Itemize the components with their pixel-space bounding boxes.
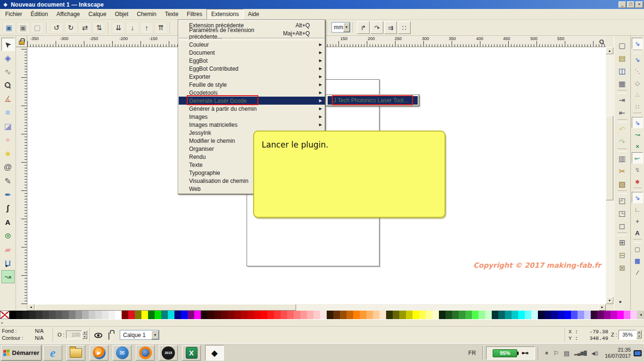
palette-swatch[interactable] <box>333 311 340 319</box>
snap-toggle-button[interactable]: ∕ <box>632 267 643 278</box>
toolbar-button[interactable]: ▢ <box>31 22 44 34</box>
ruler-corner[interactable] <box>16 36 27 47</box>
palette-swatch[interactable] <box>261 311 267 319</box>
snap-toggle-button[interactable] <box>633 113 642 116</box>
toolbox-tool[interactable]: A <box>1 215 15 229</box>
palette-swatch[interactable] <box>505 311 512 319</box>
palette-swatch[interactable] <box>82 311 89 319</box>
toolbar-button[interactable]: ⇅ <box>92 22 106 34</box>
unit-selector[interactable]: mm ▼ <box>331 22 350 33</box>
palette-swatch[interactable] <box>366 311 373 319</box>
toolbox-tool[interactable]: ▰ <box>1 243 15 256</box>
scroll-right-arrow[interactable]: ► <box>599 304 606 311</box>
snap-toggle-button[interactable] <box>633 49 642 53</box>
palette-swatch[interactable] <box>294 311 300 319</box>
clock[interactable]: 21:35 16/07/2017 <box>605 347 631 359</box>
snap-toggle-button[interactable]: ∟ <box>632 204 643 215</box>
palette-swatch[interactable] <box>181 311 188 319</box>
taskbar-app-button[interactable]: e <box>43 345 62 361</box>
toolbar-button[interactable] <box>107 22 111 34</box>
menubar-item[interactable]: Fichier <box>1 9 26 19</box>
layer-lock-icon[interactable] <box>108 333 109 339</box>
command-button[interactable] <box>618 119 627 123</box>
palette-swatch[interactable] <box>228 311 234 319</box>
palette-swatch[interactable] <box>16 311 23 319</box>
toolbar-button[interactable] <box>168 22 173 34</box>
horizontal-scroll-thumb[interactable] <box>35 304 296 311</box>
command-button[interactable]: ⇤ <box>616 107 628 119</box>
toolbox-tool[interactable]: ■ <box>1 106 15 119</box>
palette-swatch[interactable] <box>135 311 141 319</box>
snap-toggle-button[interactable]: ⇘ <box>632 54 643 65</box>
toolbar-button[interactable]: ⇊ <box>112 22 125 34</box>
toolbox-tool[interactable]: ↝ <box>1 270 15 283</box>
command-button[interactable]: ▧ <box>616 178 628 190</box>
layer-selector[interactable]: Calque 1 ▼ <box>120 330 159 340</box>
palette-swatch[interactable] <box>188 311 194 319</box>
palette-swatch[interactable] <box>360 311 366 319</box>
toolbox-tool[interactable]: ∫ <box>1 202 15 215</box>
taskbar-app-button[interactable]: ▶ <box>90 345 108 361</box>
command-button[interactable] <box>618 148 627 152</box>
snap-toggle-button[interactable]: ↝ <box>632 129 643 140</box>
toolbox-tool[interactable]: ➤ <box>1 38 15 51</box>
palette-swatch[interactable] <box>439 311 446 319</box>
palette-swatch[interactable] <box>432 311 439 319</box>
command-button[interactable] <box>618 190 627 194</box>
snap-toggle-button[interactable]: A <box>632 227 643 239</box>
palette-swatch[interactable] <box>254 311 261 319</box>
palette-swatch[interactable] <box>56 311 62 319</box>
palette-swatch[interactable] <box>459 311 465 319</box>
command-button[interactable]: ◻ <box>616 220 628 232</box>
palette-swatch[interactable] <box>108 311 115 319</box>
menubar-item[interactable]: Chemin <box>132 9 160 19</box>
command-button[interactable]: ⊟ <box>616 249 628 261</box>
menubar-item[interactable]: Édition <box>26 9 52 19</box>
palette-swatch[interactable] <box>75 311 82 319</box>
toolbox-tool[interactable]: Ϙ <box>1 79 15 92</box>
palette-swatch[interactable] <box>531 311 538 319</box>
palette-swatch[interactable] <box>128 311 135 319</box>
layer-visibility-eye-icon[interactable] <box>94 333 102 338</box>
palette-swatch[interactable] <box>49 311 56 319</box>
command-button[interactable]: ▥ <box>616 152 628 165</box>
snap-toggle-button[interactable]: ↯ <box>632 164 643 175</box>
menubar-item[interactable]: Affichage <box>52 9 84 19</box>
menu-item[interactable] <box>179 38 324 40</box>
palette-swatch[interactable] <box>141 311 148 319</box>
scroll-down-arrow[interactable]: ▼ <box>606 297 613 304</box>
palette-swatch[interactable] <box>538 311 545 319</box>
palette-swatch[interactable] <box>551 311 558 319</box>
zoom-input[interactable]: 35% <box>619 330 636 340</box>
language-indicator[interactable]: FR <box>468 350 476 356</box>
palette-swatch[interactable] <box>399 311 406 319</box>
network-signal-icon[interactable]: ▂▄▆█ <box>574 351 587 355</box>
command-button[interactable]: ◫ <box>616 65 628 77</box>
palette-swatch[interactable] <box>62 311 69 319</box>
palette-swatch[interactable] <box>419 311 426 319</box>
palette-swatch[interactable] <box>174 311 181 319</box>
palette-swatch[interactable] <box>340 311 347 319</box>
snap-toggle-button[interactable]: ◇ <box>632 77 643 89</box>
command-button[interactable]: ↷ <box>616 136 628 148</box>
snap-toggle-button[interactable] <box>633 188 642 191</box>
scroll-left-arrow[interactable]: ◄ <box>27 304 34 311</box>
palette-swatch[interactable] <box>168 311 174 319</box>
chevron-down-icon[interactable]: ▼ <box>343 23 350 32</box>
palette-swatch[interactable] <box>452 311 459 319</box>
palette-swatch[interactable] <box>42 311 49 319</box>
palette-swatch[interactable] <box>9 311 16 319</box>
palette-swatch[interactable] <box>314 311 320 319</box>
vertical-scrollbar[interactable]: ▲ ▼ <box>606 47 613 304</box>
snap-toggle-button[interactable]: ∗ <box>632 176 643 187</box>
toolbar-button[interactable]: ⇈ <box>154 22 167 34</box>
snap-toggle-button[interactable]: ↜ <box>632 152 643 164</box>
taskbar-app-button[interactable]: ◆ <box>205 345 224 361</box>
toolbox-tool[interactable]: ◈ <box>1 51 15 65</box>
affect-toggle-button[interactable]: ↷ <box>371 21 383 34</box>
flag-tray-icon[interactable]: ⚐ <box>553 350 559 357</box>
palette-swatch[interactable] <box>604 311 611 319</box>
no-color-swatch[interactable] <box>0 311 9 319</box>
toolbar-button[interactable]: ↑ <box>140 22 153 34</box>
commands-overflow-arrow[interactable]: ▸ <box>619 299 622 304</box>
